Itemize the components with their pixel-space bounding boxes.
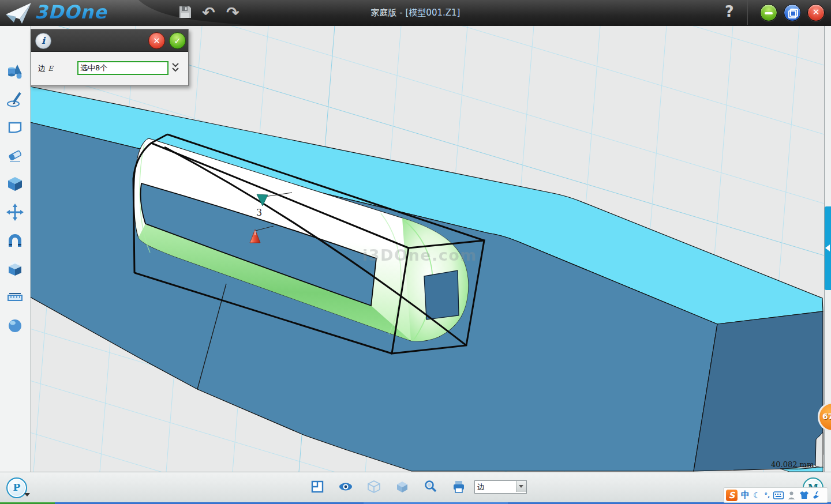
sketch-tool[interactable] xyxy=(6,91,24,108)
restore-button[interactable] xyxy=(784,4,801,21)
minimize-button[interactable] xyxy=(760,4,777,21)
dialog-confirm-button[interactable]: ✓ xyxy=(169,32,186,49)
panel-expand-arrow-icon xyxy=(825,245,830,251)
move-tool[interactable] xyxy=(6,204,24,221)
solid-cube-tool[interactable] xyxy=(6,175,24,193)
dialog-body: 边 E xyxy=(31,52,188,85)
snap-magnet-tool[interactable] xyxy=(6,232,24,249)
sphere-tool[interactable] xyxy=(6,317,24,334)
pattern-dropdown-arrow[interactable] xyxy=(24,493,30,497)
ime-moon-icon[interactable]: ☾ xyxy=(753,490,761,501)
help-button[interactable]: ? xyxy=(725,2,734,20)
ime-keyboard-icon[interactable] xyxy=(773,491,784,499)
sketch-plane-tool[interactable] xyxy=(6,119,24,136)
measurement-label: 40.082 mm xyxy=(771,460,814,469)
selection-dialog: i ✕ ✓ 边 E xyxy=(31,29,189,86)
wireframe-view-button[interactable] xyxy=(367,480,381,494)
ime-lang-indicator[interactable]: 中 xyxy=(741,490,750,501)
close-button[interactable]: ✕ xyxy=(807,4,825,21)
dialog-cancel-button[interactable]: ✕ xyxy=(148,32,165,49)
visibility-button[interactable] xyxy=(339,480,353,494)
ime-skin-icon[interactable] xyxy=(799,491,809,499)
print-button[interactable] xyxy=(452,480,466,494)
shell-tool[interactable] xyxy=(6,260,24,277)
primitive-solids-tool[interactable] xyxy=(6,62,24,80)
ime-punct-icon[interactable]: °, xyxy=(764,491,770,499)
dropdown-arrow-button[interactable] xyxy=(516,481,526,492)
viewport-3d[interactable]: i3DOne.com 3 40.082 mm xyxy=(30,26,824,472)
measure-tool[interactable] xyxy=(6,288,24,306)
ime-toolbar: S 中 ☾ °, xyxy=(723,487,828,503)
panel-expand-tab[interactable] xyxy=(825,206,831,290)
view-layout-button[interactable] xyxy=(310,480,324,494)
watermark: i3DOne.com xyxy=(362,246,477,264)
title-bar: 3DOne ↶ ↷ 家庭版 - [模型001.Z1] ? ✕ xyxy=(0,0,831,26)
model-hole-small xyxy=(424,270,459,319)
ime-tools-icon[interactable] xyxy=(813,491,821,499)
dialog-field-label: 边 E xyxy=(38,63,53,74)
zoom-settings-button[interactable] xyxy=(424,480,437,494)
ime-user-icon[interactable] xyxy=(787,491,796,500)
bottom-bar: P 边 xyxy=(0,472,831,502)
shaded-view-button[interactable] xyxy=(395,480,409,494)
eraser-tool[interactable] xyxy=(6,147,24,164)
info-icon: i xyxy=(35,33,51,49)
left-toolbar xyxy=(0,26,31,472)
window-title: 家庭版 - [模型001.Z1] xyxy=(0,7,831,18)
expand-chevrons-icon[interactable] xyxy=(171,62,179,74)
selection-filter-dropdown[interactable]: 边 xyxy=(474,480,527,494)
dialog-header[interactable]: i ✕ ✓ xyxy=(31,29,188,52)
selection-count-input[interactable] xyxy=(77,61,169,75)
sogou-ime-icon[interactable]: S xyxy=(726,490,738,501)
handle-value-label: 3 xyxy=(256,207,262,218)
titlebar-divider xyxy=(747,0,748,25)
